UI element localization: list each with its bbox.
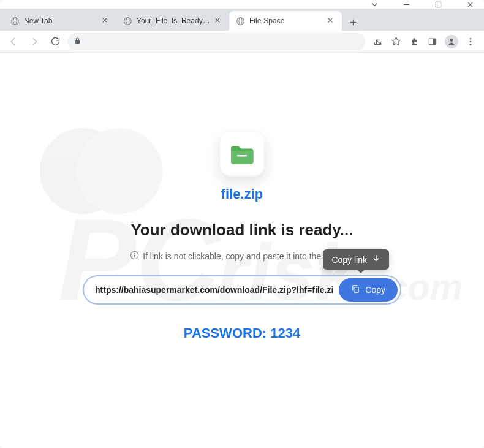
browser-tab-file-space[interactable]: File-Space	[229, 11, 342, 31]
tab-title: New Tab	[24, 17, 97, 25]
share-icon[interactable]	[371, 36, 384, 48]
tab-close-icon[interactable]	[214, 17, 223, 25]
svg-point-16	[470, 40, 472, 42]
nav-forward-button[interactable]	[26, 33, 43, 50]
browser-tab-new-tab[interactable]: New Tab	[4, 11, 116, 31]
nav-back-button[interactable]	[5, 33, 22, 50]
tab-title: File-Space	[249, 17, 323, 25]
copy-tooltip: Copy link	[323, 249, 389, 270]
svg-rect-11	[75, 40, 80, 43]
new-tab-button[interactable]	[344, 13, 361, 31]
file-name: file.zip	[221, 186, 263, 202]
tab-close-icon[interactable]	[102, 17, 110, 25]
password-label: PASSWORD: 1234	[184, 325, 300, 341]
lock-icon	[74, 36, 81, 47]
window-dropdown-button[interactable]	[364, 0, 385, 9]
page-content: PC risk .com file.zip Your download link…	[0, 53, 484, 448]
tab-close-icon[interactable]	[327, 17, 336, 25]
copy-button[interactable]: Copy	[339, 278, 398, 302]
svg-rect-27	[354, 287, 359, 292]
svg-rect-26	[134, 255, 135, 258]
browser-tab-strip: New Tab Your_File_Is_Ready_To_Downl File…	[0, 9, 484, 31]
download-headline: Your download link is ready...	[130, 221, 353, 240]
globe-icon	[123, 16, 132, 26]
address-bar[interactable]	[67, 33, 365, 50]
globe-icon	[10, 16, 20, 26]
window-close-button[interactable]	[459, 0, 480, 9]
tab-title: Your_File_Is_Ready_To_Downl	[137, 17, 210, 25]
download-url[interactable]: https://bahiasupermarket.com/download/Fi…	[95, 285, 334, 295]
download-link-row: Copy link https://bahiasupermarket.com/d…	[83, 275, 401, 305]
copy-icon	[351, 284, 360, 295]
info-icon	[130, 251, 139, 262]
profile-avatar[interactable]	[445, 35, 458, 48]
svg-rect-23	[237, 155, 247, 157]
svg-point-14	[450, 39, 453, 42]
nav-reload-button[interactable]	[47, 33, 64, 50]
browser-toolbar	[0, 31, 484, 53]
window-minimize-button[interactable]	[396, 0, 417, 9]
browser-tab-download[interactable]: Your_File_Is_Ready_To_Downl	[116, 11, 229, 31]
globe-icon	[235, 16, 245, 26]
window-title-bar	[0, 0, 484, 9]
side-panel-icon[interactable]	[426, 36, 439, 48]
menu-dots-icon[interactable]	[464, 36, 477, 48]
window-maximize-button[interactable]	[428, 0, 448, 9]
svg-point-17	[470, 44, 472, 45]
svg-point-15	[470, 37, 472, 39]
folder-icon	[220, 132, 264, 177]
bookmark-star-icon[interactable]	[390, 36, 402, 48]
svg-rect-1	[436, 2, 441, 7]
svg-rect-13	[433, 39, 436, 45]
download-arrow-icon	[372, 254, 380, 265]
extensions-icon[interactable]	[408, 36, 420, 48]
svg-point-25	[134, 253, 135, 254]
hint-text: If link is not clickable, copy and paste…	[130, 251, 354, 262]
